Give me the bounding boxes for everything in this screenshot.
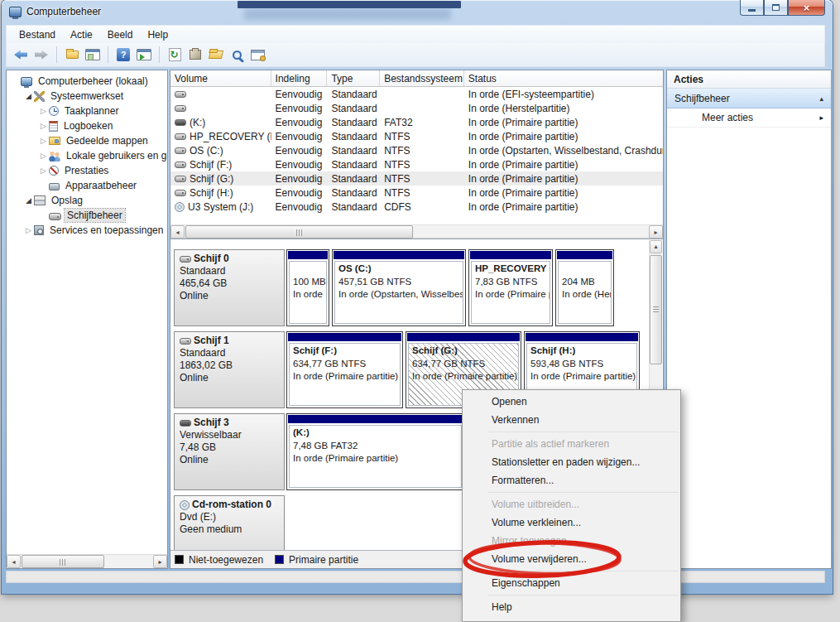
menu-item-verkennen[interactable]: Verkennen [463, 411, 680, 429]
expander-closed-icon[interactable] [38, 137, 49, 145]
log-icon [49, 121, 58, 132]
toolbar-separator [159, 46, 160, 63]
menu-beeld[interactable]: Beeld [100, 27, 141, 43]
menu-actie[interactable]: Actie [63, 27, 100, 43]
tree-item-computerbeheer[interactable]: Computerbeheer (lokaal) [7, 74, 167, 89]
table-row[interactable]: OS (C:) Eenvoudig Standaard NTFS In orde… [170, 143, 663, 157]
maximize-button[interactable] [764, 0, 788, 16]
tree-item-opslag[interactable]: Opslag [7, 193, 167, 208]
table-row[interactable]: U3 System (J:) Eenvoudig Standaard CDFS … [170, 200, 663, 214]
properties-button[interactable] [186, 46, 204, 64]
shared-folder-icon [49, 137, 60, 145]
column-header-type[interactable]: Type [327, 70, 380, 86]
menu-item-formatteren[interactable]: Formatteren... [463, 471, 680, 489]
scrollbar-thumb[interactable] [650, 255, 662, 364]
actions-more-acties[interactable]: Meer acties [667, 108, 831, 128]
tree-item-lokale-gebruikers[interactable]: Lokale gebruikers en gr [7, 148, 167, 163]
menu-item-volume-verwijderen[interactable]: Volume verwijderen... [463, 550, 680, 568]
volume-list-header: Volume Indeling Type Bestandssysteem Sta… [170, 70, 663, 87]
table-row[interactable]: Eenvoudig Standaard In orde (EFI-systeem… [170, 87, 663, 101]
expander-closed-icon[interactable] [38, 107, 49, 115]
expander-closed-icon[interactable] [38, 122, 49, 130]
disk-label[interactable]: Schijf 1 Standaard 1863,02 GB Online [174, 331, 285, 408]
collapse-icon[interactable] [819, 94, 823, 103]
actions-group-schijfbeheer[interactable]: Schijfbeheer [667, 89, 831, 108]
scrollbar-thumb[interactable] [22, 555, 104, 568]
disk-label[interactable]: Cd-rom-station 0 Dvd (E:) Geen medium [174, 495, 285, 550]
desktop: { "window": { "title": "Computerbeheer" … [0, 0, 840, 622]
menu-item-eigenschappen[interactable]: Eigenschappen [463, 574, 680, 592]
status-bar [6, 571, 825, 583]
tree-item-schijfbeheer[interactable]: Schijfbeheer [7, 208, 167, 223]
tree-item-logboeken[interactable]: Logboeken [7, 118, 167, 133]
menu-separator [487, 595, 679, 595]
back-button[interactable] [12, 46, 30, 64]
tree-item-gedeelde-mappen[interactable]: Gedeelde mappen [7, 133, 167, 148]
disk-label[interactable]: Schijf 3 Verwisselbaar 7,48 GB Online [174, 413, 285, 490]
scrollbar-thumb[interactable] [185, 225, 413, 239]
expander-open-icon[interactable] [23, 92, 34, 100]
tree-item-taakplanner[interactable]: Taakplanner [7, 104, 167, 118]
partition-schijf-f[interactable]: Schijf (F:)634,77 GB NTFSIn orde (Primai… [286, 331, 403, 408]
table-row[interactable]: (K:) Eenvoudig Standaard FAT32 In orde (… [170, 115, 663, 129]
scroll-right-icon[interactable] [153, 555, 167, 568]
partition-hp-recovery[interactable]: HP_RECOVERY (D:)7,83 GB NTFSIn orde (Pri… [468, 249, 553, 326]
menu-item-volume-verkleinen[interactable]: Volume verkleinen... [463, 514, 680, 532]
menu-bestand[interactable]: Bestand [12, 27, 63, 43]
column-header-volume[interactable]: Volume [170, 70, 271, 86]
column-header-indeling[interactable]: Indeling [271, 70, 328, 86]
primary-partition-band [288, 251, 328, 259]
tree-item-services[interactable]: Services en toepassingen [7, 223, 167, 238]
menu-item-help[interactable]: Help [463, 598, 680, 616]
scroll-right-icon[interactable] [649, 225, 663, 239]
show-console-tree-button[interactable] [63, 46, 81, 64]
table-row[interactable]: Eenvoudig Standaard In orde (Herstelpart… [170, 101, 663, 115]
refresh-icon [169, 48, 181, 61]
aero-glass-reflection-soft [244, 8, 451, 20]
scroll-left-icon[interactable] [7, 555, 21, 568]
refresh-button[interactable] [166, 46, 184, 64]
minimize-button[interactable] [740, 0, 764, 16]
table-row[interactable]: Schijf (F:) Eenvoudig Standaard NTFS In … [170, 157, 663, 171]
expander-open-icon[interactable] [23, 196, 34, 205]
column-header-status[interactable]: Status [464, 70, 663, 86]
column-header-bestandssysteem[interactable]: Bestandssysteem [380, 70, 464, 86]
forward-button[interactable] [32, 46, 50, 64]
back-arrow-icon [14, 51, 27, 60]
tree-item-prestaties[interactable]: Prestaties [7, 163, 167, 178]
minimize-icon [748, 9, 756, 12]
table-row-selected[interactable]: Schijf (G:) Eenvoudig Standaard NTFS In … [170, 171, 663, 186]
export-list-button[interactable] [248, 46, 266, 64]
tree-item-systeemwerkset[interactable]: Systeemwerkset [7, 89, 167, 104]
volume-list-horizontal-scrollbar[interactable] [170, 224, 663, 239]
disk-icon [180, 338, 191, 345]
show-actions-pane-button[interactable] [135, 46, 153, 64]
scroll-up-icon[interactable] [650, 240, 662, 253]
menu-help[interactable]: Help [140, 27, 175, 43]
expander-closed-icon[interactable] [38, 166, 49, 175]
console-window-button[interactable] [84, 46, 102, 64]
disk-management-icon [49, 213, 61, 220]
partition-k[interactable]: (K:)7,48 GB FAT32In orde (Primaire parti… [286, 413, 464, 490]
partition-efi[interactable]: 100 MBIn orde [286, 249, 329, 326]
help-button[interactable] [114, 46, 132, 64]
drive-icon [175, 147, 186, 154]
disk-label[interactable]: Schijf 0 Standaard 465,64 GB Online [174, 249, 285, 326]
tree-horizontal-scrollbar[interactable] [7, 554, 167, 568]
open-button[interactable] [207, 46, 225, 64]
find-button[interactable] [228, 46, 246, 64]
titlebar[interactable]: Computerbeheer × [2, 0, 833, 23]
menu-item-openen[interactable]: Openen [463, 393, 680, 411]
disk-strip: 100 MBIn orde OS (C:)457,51 GB NTFSIn or… [286, 249, 660, 326]
scroll-left-icon[interactable] [170, 225, 185, 239]
window-title: Computerbeheer [26, 6, 101, 17]
expander-closed-icon[interactable] [38, 152, 49, 160]
partition-os-c[interactable]: OS (C:)457,51 GB NTFSIn orde (Opstarten,… [332, 249, 466, 326]
menu-item-stationsletter-en-paden-wijzigen[interactable]: Stationsletter en paden wijzigen... [463, 453, 680, 471]
table-row[interactable]: Schijf (H:) Eenvoudig Standaard NTFS In … [170, 186, 663, 200]
expander-closed-icon[interactable] [23, 226, 34, 234]
tree-item-apparaatbeheer[interactable]: Apparaatbeheer [7, 178, 167, 193]
table-row[interactable]: HP_RECOVERY (D:) Eenvoudig Standaard NTF… [170, 129, 663, 143]
close-button[interactable]: × [788, 0, 825, 16]
partition-herstel[interactable]: 204 MBIn orde (Herstelpartitie) [555, 249, 614, 326]
